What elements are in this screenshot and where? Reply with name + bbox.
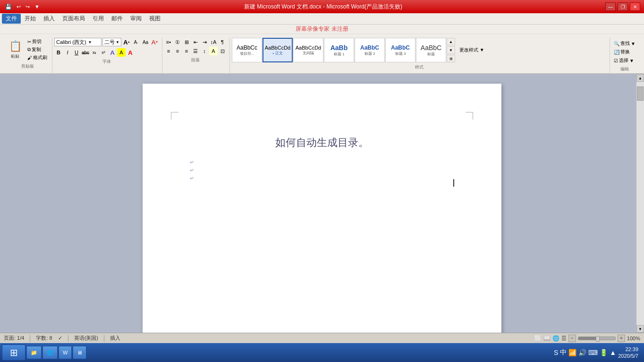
- menu-file[interactable]: 文件: [2, 14, 21, 24]
- customize-quick-btn[interactable]: ▼: [33, 4, 41, 9]
- show-marks-button[interactable]: ¶: [218, 38, 227, 46]
- style-item-0[interactable]: AaBbCc 项目符...: [232, 38, 262, 62]
- paragraph-section: ≡• ① ⊞ ⇤ ⇥ ↕A ¶ ≡ ≡ ≡ ☰ ↕ A ⊡: [162, 38, 230, 73]
- numbering-button[interactable]: ①: [173, 38, 182, 46]
- style-name-5: 标题 3: [395, 51, 406, 56]
- font-section: Calibri (西文) ▼ 二号 ▼ A+ A- Aa A✕ B I U ab…: [52, 38, 162, 73]
- arrow-icon[interactable]: ▲: [610, 349, 616, 356]
- justify-button[interactable]: ☰: [191, 47, 200, 55]
- superscript-button[interactable]: x²: [99, 48, 108, 57]
- cut-button[interactable]: ✂ 剪切: [25, 38, 49, 45]
- menu-insert[interactable]: 插入: [40, 14, 59, 24]
- sort-button[interactable]: ↕A: [209, 38, 218, 46]
- view-reading-icon[interactable]: 📖: [543, 335, 551, 342]
- menu-review[interactable]: 审阅: [127, 14, 145, 24]
- keyboard-icon[interactable]: ⌨: [588, 349, 598, 356]
- italic-button[interactable]: I: [63, 48, 72, 57]
- increase-indent-button[interactable]: ⇥: [200, 38, 209, 46]
- subscript-button[interactable]: x₂: [90, 48, 99, 57]
- borders-button[interactable]: ⊡: [218, 47, 227, 55]
- copy-button[interactable]: ⧉ 复制: [25, 46, 49, 53]
- strikethrough-button[interactable]: abc: [81, 48, 90, 57]
- volume-icon[interactable]: 🔊: [578, 349, 586, 356]
- find-button[interactable]: 🔍 查找 ▼: [612, 40, 637, 47]
- clear-format-button[interactable]: A✕: [151, 38, 159, 46]
- change-case-button[interactable]: Aa: [141, 38, 150, 46]
- minimize-button[interactable]: —: [605, 2, 616, 11]
- underline-button[interactable]: U: [72, 48, 81, 57]
- menu-home[interactable]: 开始: [21, 14, 40, 24]
- highlight-button[interactable]: A: [117, 48, 126, 57]
- taskbar-file-manager[interactable]: 📁: [26, 346, 42, 359]
- style-name-2: 无间隔: [303, 51, 314, 56]
- font-size-selector[interactable]: 二号 ▼: [102, 38, 121, 46]
- menu-references[interactable]: 引用: [89, 14, 108, 24]
- align-left-button[interactable]: ≡: [164, 47, 173, 55]
- format-painter-button[interactable]: 🖌 格式刷: [25, 54, 49, 61]
- select-button[interactable]: ☑ 选择 ▼: [612, 57, 637, 64]
- taskbar-desktop[interactable]: 🖥: [73, 346, 86, 359]
- clock[interactable]: 22:39 2020/5/7: [618, 346, 638, 360]
- font-shrink-button[interactable]: A-: [132, 38, 140, 46]
- multilevel-button[interactable]: ⊞: [182, 38, 191, 46]
- bullets-button[interactable]: ≡•: [164, 38, 173, 46]
- paste-button[interactable]: 📋 粘贴: [6, 38, 25, 61]
- style-name-1: • 正文: [272, 51, 282, 56]
- zoom-controls: ⬜ 📖 🌐 ☰ − + 100%: [534, 335, 640, 342]
- style-item-4[interactable]: AaBbC 标题 2: [355, 38, 385, 62]
- zoom-handle[interactable]: [596, 336, 600, 342]
- font-size-arrow: ▼: [116, 40, 119, 44]
- zoom-in-button[interactable]: +: [618, 335, 625, 342]
- zoom-out-button[interactable]: −: [568, 335, 576, 342]
- paragraph-mark-2: ↵: [190, 167, 454, 173]
- styles-scroll-up[interactable]: ▲: [447, 38, 455, 45]
- style-item-3[interactable]: AaBb 标题 1: [324, 38, 354, 62]
- word-page[interactable]: 如何自动生成目录。 ↵ ↵ ↵: [143, 84, 501, 333]
- ime-icon[interactable]: 中: [560, 348, 567, 357]
- change-styles-button[interactable]: 更改样式 ▼: [458, 46, 486, 54]
- shading-button[interactable]: A: [209, 47, 218, 55]
- styles-more[interactable]: ⊞: [447, 55, 455, 62]
- scroll-up-arrow[interactable]: ▲: [636, 74, 644, 82]
- scroll-thumb[interactable]: [637, 86, 644, 101]
- align-right-button[interactable]: ≡: [182, 47, 191, 55]
- sogou-icon[interactable]: S: [554, 349, 558, 356]
- font-grow-button[interactable]: A+: [122, 38, 131, 46]
- bold-button[interactable]: B: [54, 48, 63, 57]
- menu-pagelayout[interactable]: 页面布局: [59, 14, 89, 24]
- scroll-down-arrow[interactable]: ▼: [636, 325, 644, 333]
- font-name-selector[interactable]: Calibri (西文) ▼: [54, 38, 102, 46]
- paste-label: 粘贴: [11, 53, 19, 60]
- view-outline-icon[interactable]: ☰: [561, 335, 567, 342]
- zoom-level[interactable]: 100%: [627, 336, 640, 341]
- menu-view[interactable]: 视图: [145, 14, 164, 24]
- decrease-indent-button[interactable]: ⇤: [191, 38, 200, 46]
- spell-check-icon[interactable]: ✓: [58, 335, 62, 341]
- redo-quick-btn[interactable]: ↪: [24, 4, 31, 10]
- save-quick-btn[interactable]: 💾: [4, 4, 13, 10]
- menu-mailings[interactable]: 邮件: [108, 14, 127, 24]
- text-effect-button[interactable]: A: [108, 48, 117, 57]
- style-item-2[interactable]: AaBbCcDd 无间隔: [293, 38, 323, 62]
- taskbar-word[interactable]: W: [59, 346, 72, 359]
- style-item-1[interactable]: AaBbCcDd • 正文: [263, 38, 293, 62]
- style-name-3: 标题 1: [334, 52, 345, 57]
- view-web-icon[interactable]: 🌐: [552, 335, 559, 342]
- start-button[interactable]: ⊞: [2, 345, 25, 361]
- close-button[interactable]: ✕: [630, 2, 640, 11]
- scroll-track[interactable]: [636, 82, 644, 325]
- zoom-bar[interactable]: [578, 336, 616, 340]
- replace-button[interactable]: 🔄 替换: [612, 48, 637, 56]
- font-color-button[interactable]: A: [126, 48, 135, 57]
- taskbar-ie[interactable]: 🌐: [42, 346, 58, 359]
- battery-icon[interactable]: 🔋: [600, 349, 608, 356]
- styles-scroll-down[interactable]: ▼: [447, 46, 455, 54]
- line-spacing-button[interactable]: ↕: [200, 47, 209, 55]
- network-icon[interactable]: 📶: [568, 349, 576, 356]
- style-item-5[interactable]: AaBbC 标题 3: [385, 38, 415, 62]
- undo-quick-btn[interactable]: ↩: [15, 4, 22, 10]
- restore-button[interactable]: ❐: [618, 2, 628, 11]
- view-normal-icon[interactable]: ⬜: [534, 335, 542, 342]
- style-item-6[interactable]: AaBbC 标题: [416, 38, 446, 62]
- align-center-button[interactable]: ≡: [173, 47, 182, 55]
